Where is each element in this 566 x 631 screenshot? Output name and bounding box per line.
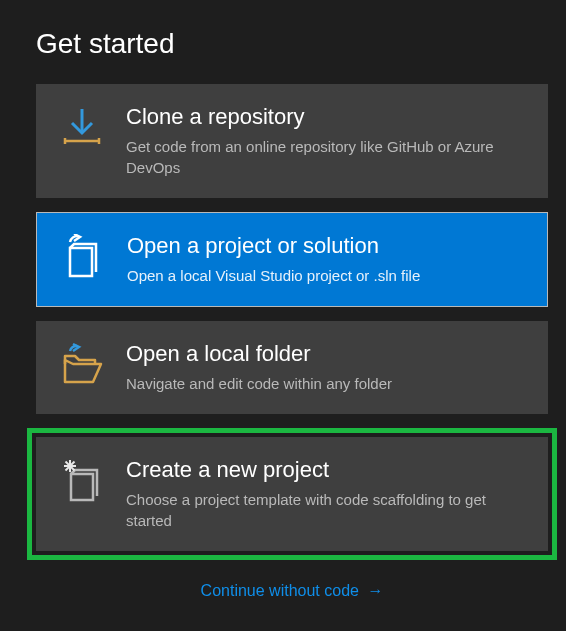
open-project-icon [59, 233, 107, 281]
card-title: Create a new project [126, 457, 528, 483]
card-text: Open a local folder Navigate and edit co… [126, 341, 528, 394]
page-title: Get started [36, 28, 548, 60]
open-project-card[interactable]: Open a project or solution Open a local … [37, 213, 547, 306]
clone-repository-card[interactable]: Clone a repository Get code from an onli… [36, 84, 548, 198]
card-title: Open a project or solution [127, 233, 527, 259]
card-desc: Choose a project template with code scaf… [126, 489, 528, 531]
selected-card-wrap: Open a project or solution Open a local … [36, 212, 548, 307]
get-started-cards: Clone a repository Get code from an onli… [36, 84, 548, 560]
card-desc: Get code from an online repository like … [126, 136, 528, 178]
create-project-icon [58, 457, 106, 505]
open-folder-card[interactable]: Open a local folder Navigate and edit co… [36, 321, 548, 414]
highlighted-card-wrap: Create a new project Choose a project te… [27, 428, 557, 560]
card-title: Open a local folder [126, 341, 528, 367]
svg-rect-4 [70, 248, 92, 276]
svg-rect-5 [71, 474, 93, 500]
create-project-card[interactable]: Create a new project Choose a project te… [36, 437, 548, 551]
card-text: Open a project or solution Open a local … [127, 233, 527, 286]
card-text: Create a new project Choose a project te… [126, 457, 528, 531]
card-title: Clone a repository [126, 104, 528, 130]
card-desc: Navigate and edit code within any folder [126, 373, 528, 394]
arrow-right-icon: → [367, 582, 383, 599]
open-folder-icon [58, 341, 106, 389]
footer-link-label: Continue without code [201, 582, 359, 599]
continue-without-code-link[interactable]: Continue without code → [36, 582, 548, 600]
card-text: Clone a repository Get code from an onli… [126, 104, 528, 178]
card-desc: Open a local Visual Studio project or .s… [127, 265, 527, 286]
clone-icon [58, 104, 106, 152]
